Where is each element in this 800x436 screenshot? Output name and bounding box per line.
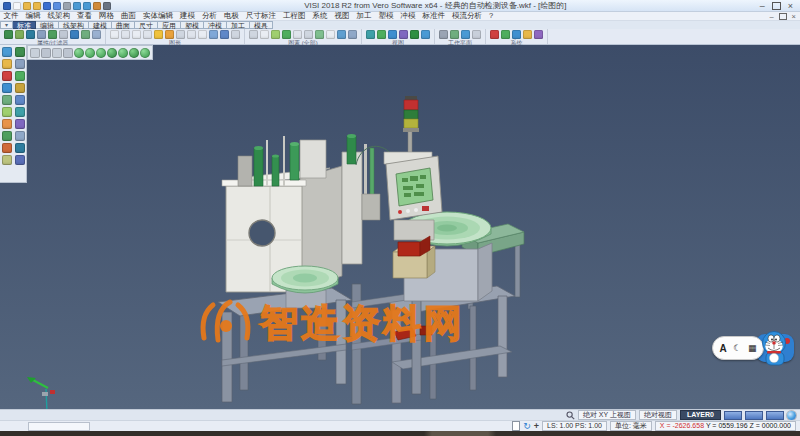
selection-info-icon[interactable] bbox=[348, 30, 357, 39]
workplane-indicator[interactable]: 绝对 XY 上视图 bbox=[578, 410, 636, 420]
rotate-view-icon[interactable] bbox=[220, 30, 229, 39]
group-filter-icon[interactable] bbox=[81, 30, 90, 39]
zoom-in-icon[interactable] bbox=[143, 30, 152, 39]
copy-tool-icon[interactable] bbox=[15, 131, 25, 141]
curve-filter-icon[interactable] bbox=[48, 30, 57, 39]
ribbon-tab[interactable]: 模具 bbox=[250, 21, 273, 29]
redraw-icon[interactable] bbox=[121, 30, 130, 39]
view-right-icon[interactable] bbox=[107, 48, 117, 58]
layer-filter-icon[interactable] bbox=[26, 30, 35, 39]
ribbon-tab[interactable]: 曲面 bbox=[112, 21, 135, 29]
mdi-minimize-button[interactable]: – bbox=[769, 13, 773, 20]
ribbon-tab[interactable]: 应用 bbox=[158, 21, 181, 29]
open-file-icon[interactable] bbox=[23, 2, 31, 10]
refresh-icon[interactable]: ↻ bbox=[523, 422, 531, 430]
view-front-icon[interactable] bbox=[85, 48, 95, 58]
filter-reset-icon[interactable] bbox=[92, 30, 101, 39]
menu-item[interactable]: 尺寸标注 bbox=[243, 12, 280, 20]
save-file-icon[interactable] bbox=[43, 2, 51, 10]
prompt-field[interactable] bbox=[28, 422, 90, 431]
shaded-edges-icon[interactable] bbox=[165, 30, 174, 39]
window-single-icon[interactable] bbox=[30, 48, 40, 58]
zoom-window-icon[interactable] bbox=[132, 30, 141, 39]
edit-workfile-icon[interactable] bbox=[93, 2, 101, 10]
open-recent-icon[interactable] bbox=[33, 2, 41, 10]
tab-dropdown-icon[interactable]: ▾ bbox=[0, 21, 13, 29]
color-filter-icon[interactable] bbox=[4, 30, 13, 39]
rotate-tool-icon[interactable] bbox=[15, 119, 25, 129]
print-icon[interactable] bbox=[63, 2, 71, 10]
window-tile-icon[interactable] bbox=[63, 48, 73, 58]
invert-selection-icon[interactable] bbox=[315, 30, 324, 39]
polyline-tool-icon[interactable] bbox=[15, 71, 25, 81]
select-layer-icon[interactable] bbox=[293, 30, 302, 39]
rectangle-tool-icon[interactable] bbox=[2, 71, 12, 81]
panel-button-red[interactable] bbox=[398, 210, 402, 214]
app-icon[interactable] bbox=[3, 2, 11, 10]
minimize-button[interactable]: – bbox=[760, 2, 765, 10]
ribbon-tab[interactable]: 线架构 bbox=[59, 21, 89, 29]
menu-item[interactable]: 系统 bbox=[309, 12, 331, 20]
menu-item[interactable]: 查看 bbox=[74, 12, 96, 20]
arc-tool-icon[interactable] bbox=[2, 59, 12, 69]
workplane-reset-icon[interactable] bbox=[472, 30, 481, 39]
viewport-3d[interactable]: 智造资料网 bbox=[0, 45, 800, 409]
view-dynamic-icon[interactable] bbox=[140, 48, 150, 58]
ribbon-tab[interactable]: 塑模 bbox=[181, 21, 204, 29]
workplane-3points-icon[interactable] bbox=[461, 30, 470, 39]
maximize-button[interactable] bbox=[772, 2, 781, 10]
redo-icon[interactable] bbox=[83, 2, 91, 10]
clear-selection-icon[interactable] bbox=[326, 30, 335, 39]
solid-filter-icon[interactable] bbox=[70, 30, 79, 39]
line-tool-icon[interactable] bbox=[15, 47, 25, 57]
ribbon-tab[interactable]: 冲模 bbox=[204, 21, 227, 29]
menu-item[interactable]: 塑模 bbox=[375, 12, 397, 20]
workplane-face-icon[interactable] bbox=[450, 30, 459, 39]
undo-icon[interactable] bbox=[73, 2, 81, 10]
new-file-icon[interactable] bbox=[13, 2, 21, 10]
previous-view-icon[interactable] bbox=[231, 30, 240, 39]
view-top-icon[interactable] bbox=[366, 30, 375, 39]
menu-item[interactable]: 文件 bbox=[0, 12, 22, 20]
chamfer-tool-icon[interactable] bbox=[15, 83, 25, 93]
menu-item[interactable]: 加工 bbox=[353, 12, 375, 20]
system-database-icon[interactable] bbox=[501, 30, 510, 39]
view-saved-icon[interactable] bbox=[421, 30, 430, 39]
fillet-tool-icon[interactable] bbox=[2, 83, 12, 93]
active-layer-badge[interactable]: LAYER0 bbox=[680, 410, 721, 420]
page-icon[interactable] bbox=[512, 421, 520, 431]
mdi-restore-button[interactable] bbox=[779, 13, 787, 20]
delete-tool-icon[interactable] bbox=[2, 143, 12, 153]
menu-item[interactable]: ? bbox=[486, 12, 497, 20]
menu-item[interactable]: 视图 bbox=[331, 12, 353, 20]
system-macro-icon[interactable] bbox=[523, 30, 532, 39]
select-all-icon[interactable] bbox=[249, 30, 258, 39]
ribbon-tab[interactable]: 尺寸 bbox=[135, 21, 158, 29]
circle-tool-icon[interactable] bbox=[15, 59, 25, 69]
select-type-icon[interactable] bbox=[304, 30, 313, 39]
menu-item[interactable]: 线架构 bbox=[44, 12, 74, 20]
ribbon-tab[interactable]: 标准 bbox=[13, 21, 36, 29]
hatch-tool-icon[interactable] bbox=[15, 155, 25, 165]
panel-button-white[interactable] bbox=[406, 209, 410, 213]
ribbon-tab[interactable]: 建模 bbox=[89, 21, 112, 29]
close-button[interactable]: × bbox=[788, 2, 793, 10]
system-settings-icon[interactable] bbox=[490, 30, 499, 39]
select-color-icon[interactable] bbox=[282, 30, 291, 39]
ribbon-tab[interactable]: 加工 bbox=[227, 21, 250, 29]
point-filter-icon[interactable] bbox=[37, 30, 46, 39]
shaded-mode-icon[interactable] bbox=[154, 30, 163, 39]
view-axonometric-icon[interactable] bbox=[74, 48, 84, 58]
reselect-icon[interactable] bbox=[337, 30, 346, 39]
hidden-line-icon[interactable] bbox=[187, 30, 196, 39]
view-front-icon[interactable] bbox=[377, 30, 386, 39]
more-commands-icon[interactable] bbox=[103, 2, 111, 10]
menu-item[interactable]: 建模 bbox=[177, 12, 199, 20]
menu-item[interactable]: 编辑 bbox=[22, 12, 44, 20]
wireframe-mode-icon[interactable] bbox=[176, 30, 185, 39]
view-iso-icon[interactable] bbox=[399, 30, 408, 39]
menu-item[interactable]: 曲面 bbox=[118, 12, 140, 20]
line-type-filter-icon[interactable] bbox=[15, 30, 24, 39]
ribbon-tab[interactable]: 编辑 bbox=[36, 21, 59, 29]
menu-item[interactable]: 电极 bbox=[221, 12, 243, 20]
